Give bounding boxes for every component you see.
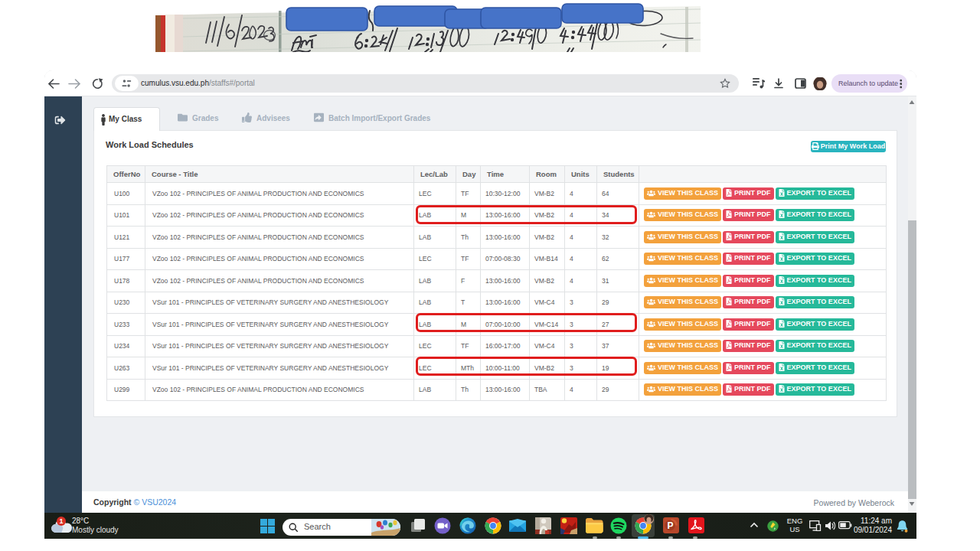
svg-text:P: P	[668, 520, 674, 531]
svg-text:1: 1	[59, 517, 63, 525]
